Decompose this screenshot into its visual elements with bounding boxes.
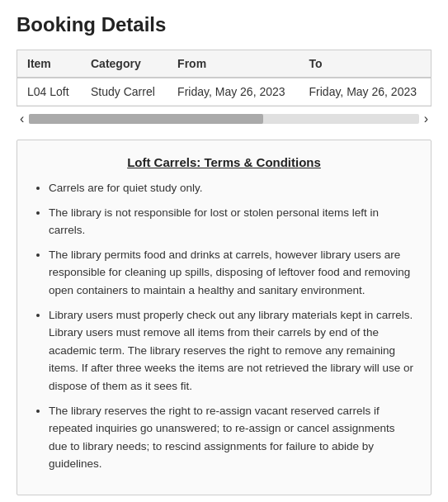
scroll-track[interactable] [29, 114, 418, 124]
list-item: Library users must properly check out an… [49, 306, 414, 395]
col-header-from: From [167, 50, 299, 78]
scroll-left-icon[interactable]: ‹ [17, 111, 27, 126]
cell-category: Study Carrel [81, 78, 167, 106]
list-item: The library is not responsible for lost … [49, 204, 414, 239]
scroll-right-icon[interactable]: › [421, 111, 431, 126]
table-row: L04 Loft Study Carrel Friday, May 26, 20… [17, 78, 431, 106]
list-item: The library reserves the right to re-ass… [49, 402, 414, 473]
scroll-thumb [29, 114, 262, 124]
cell-to: Friday, May 26, 2023 [299, 78, 431, 106]
list-item: The library permits food and drinks at c… [49, 246, 414, 300]
horizontal-scrollbar[interactable]: ‹ › [17, 111, 431, 126]
list-item: Carrels are for quiet study only. [49, 179, 414, 197]
cell-item: L04 Loft [17, 78, 81, 106]
terms-list: Carrels are for quiet study only. The li… [34, 179, 414, 473]
terms-box: Loft Carrels: Terms & Conditions Carrels… [17, 140, 431, 495]
terms-heading: Loft Carrels: Terms & Conditions [34, 155, 414, 169]
booking-table-container: Item Category From To L04 Loft Study Car… [17, 50, 431, 107]
cell-from: Friday, May 26, 2023 [167, 78, 299, 106]
col-header-to: To [299, 50, 431, 78]
booking-table: Item Category From To L04 Loft Study Car… [17, 50, 431, 106]
col-header-category: Category [81, 50, 167, 78]
page-title: Booking Details [17, 13, 431, 36]
col-header-item: Item [17, 50, 81, 78]
